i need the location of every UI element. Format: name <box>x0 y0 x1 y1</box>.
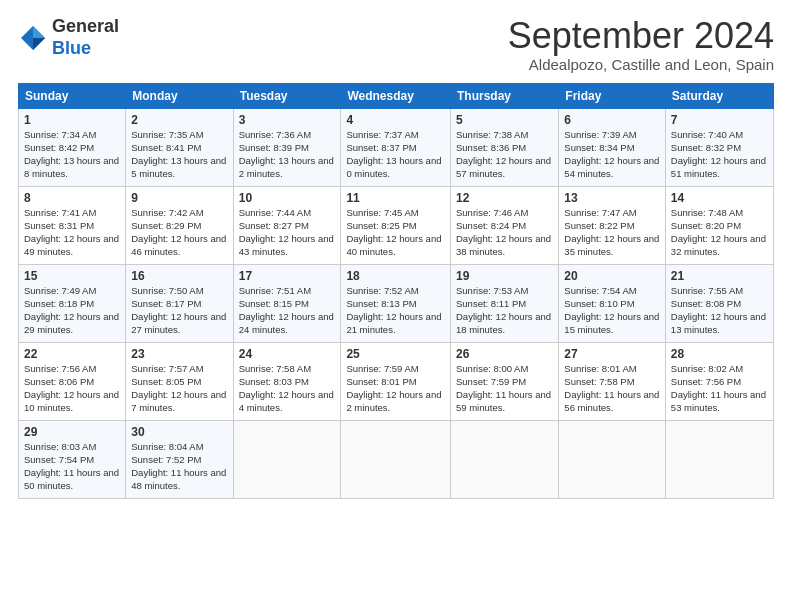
day-info: Sunrise: 7:42 AM Sunset: 8:29 PM Dayligh… <box>131 206 227 259</box>
day-number: 27 <box>564 347 660 361</box>
calendar-cell <box>665 420 773 498</box>
calendar-cell <box>451 420 559 498</box>
calendar-cell: 29 Sunrise: 8:03 AM Sunset: 7:54 PM Dayl… <box>19 420 126 498</box>
day-info: Sunrise: 7:48 AM Sunset: 8:20 PM Dayligh… <box>671 206 768 259</box>
week-row-1: 1 Sunrise: 7:34 AM Sunset: 8:42 PM Dayli… <box>19 108 774 186</box>
col-header-friday: Friday <box>559 83 666 108</box>
day-info: Sunrise: 7:58 AM Sunset: 8:03 PM Dayligh… <box>239 362 336 415</box>
svg-marker-1 <box>33 26 45 38</box>
calendar-cell: 27 Sunrise: 8:01 AM Sunset: 7:58 PM Dayl… <box>559 342 666 420</box>
day-info: Sunrise: 7:39 AM Sunset: 8:34 PM Dayligh… <box>564 128 660 181</box>
day-info: Sunrise: 7:35 AM Sunset: 8:41 PM Dayligh… <box>131 128 227 181</box>
day-info: Sunrise: 7:52 AM Sunset: 8:13 PM Dayligh… <box>346 284 445 337</box>
calendar-cell: 14 Sunrise: 7:48 AM Sunset: 8:20 PM Dayl… <box>665 186 773 264</box>
logo-line2: Blue <box>52 38 119 60</box>
calendar-cell: 16 Sunrise: 7:50 AM Sunset: 8:17 PM Dayl… <box>126 264 233 342</box>
week-row-3: 15 Sunrise: 7:49 AM Sunset: 8:18 PM Dayl… <box>19 264 774 342</box>
col-header-saturday: Saturday <box>665 83 773 108</box>
day-number: 22 <box>24 347 120 361</box>
calendar-cell: 9 Sunrise: 7:42 AM Sunset: 8:29 PM Dayli… <box>126 186 233 264</box>
calendar-cell: 8 Sunrise: 7:41 AM Sunset: 8:31 PM Dayli… <box>19 186 126 264</box>
calendar-cell: 7 Sunrise: 7:40 AM Sunset: 8:32 PM Dayli… <box>665 108 773 186</box>
col-header-sunday: Sunday <box>19 83 126 108</box>
day-info: Sunrise: 7:34 AM Sunset: 8:42 PM Dayligh… <box>24 128 120 181</box>
day-info: Sunrise: 7:37 AM Sunset: 8:37 PM Dayligh… <box>346 128 445 181</box>
day-info: Sunrise: 7:59 AM Sunset: 8:01 PM Dayligh… <box>346 362 445 415</box>
calendar-cell: 12 Sunrise: 7:46 AM Sunset: 8:24 PM Dayl… <box>451 186 559 264</box>
day-number: 18 <box>346 269 445 283</box>
day-number: 10 <box>239 191 336 205</box>
week-row-5: 29 Sunrise: 8:03 AM Sunset: 7:54 PM Dayl… <box>19 420 774 498</box>
calendar-cell: 15 Sunrise: 7:49 AM Sunset: 8:18 PM Dayl… <box>19 264 126 342</box>
day-number: 14 <box>671 191 768 205</box>
day-number: 19 <box>456 269 553 283</box>
calendar-cell <box>341 420 451 498</box>
day-info: Sunrise: 8:00 AM Sunset: 7:59 PM Dayligh… <box>456 362 553 415</box>
logo-line1: General <box>52 16 119 38</box>
calendar-cell: 3 Sunrise: 7:36 AM Sunset: 8:39 PM Dayli… <box>233 108 341 186</box>
day-number: 13 <box>564 191 660 205</box>
calendar-cell: 30 Sunrise: 8:04 AM Sunset: 7:52 PM Dayl… <box>126 420 233 498</box>
calendar-cell: 20 Sunrise: 7:54 AM Sunset: 8:10 PM Dayl… <box>559 264 666 342</box>
day-number: 21 <box>671 269 768 283</box>
day-info: Sunrise: 7:57 AM Sunset: 8:05 PM Dayligh… <box>131 362 227 415</box>
day-number: 5 <box>456 113 553 127</box>
day-number: 2 <box>131 113 227 127</box>
day-number: 1 <box>24 113 120 127</box>
day-number: 20 <box>564 269 660 283</box>
day-number: 23 <box>131 347 227 361</box>
day-number: 17 <box>239 269 336 283</box>
day-info: Sunrise: 8:03 AM Sunset: 7:54 PM Dayligh… <box>24 440 120 493</box>
day-info: Sunrise: 8:04 AM Sunset: 7:52 PM Dayligh… <box>131 440 227 493</box>
day-info: Sunrise: 7:40 AM Sunset: 8:32 PM Dayligh… <box>671 128 768 181</box>
day-info: Sunrise: 7:41 AM Sunset: 8:31 PM Dayligh… <box>24 206 120 259</box>
day-info: Sunrise: 7:50 AM Sunset: 8:17 PM Dayligh… <box>131 284 227 337</box>
logo: General Blue <box>18 16 119 59</box>
calendar-cell: 13 Sunrise: 7:47 AM Sunset: 8:22 PM Dayl… <box>559 186 666 264</box>
svg-marker-2 <box>33 38 45 50</box>
calendar-cell: 10 Sunrise: 7:44 AM Sunset: 8:27 PM Dayl… <box>233 186 341 264</box>
day-info: Sunrise: 8:01 AM Sunset: 7:58 PM Dayligh… <box>564 362 660 415</box>
day-info: Sunrise: 7:51 AM Sunset: 8:15 PM Dayligh… <box>239 284 336 337</box>
calendar-cell: 22 Sunrise: 7:56 AM Sunset: 8:06 PM Dayl… <box>19 342 126 420</box>
calendar-cell: 4 Sunrise: 7:37 AM Sunset: 8:37 PM Dayli… <box>341 108 451 186</box>
page: General Blue September 2024 Aldealpozo, … <box>0 0 792 509</box>
calendar-cell: 24 Sunrise: 7:58 AM Sunset: 8:03 PM Dayl… <box>233 342 341 420</box>
header-row: SundayMondayTuesdayWednesdayThursdayFrid… <box>19 83 774 108</box>
day-info: Sunrise: 7:44 AM Sunset: 8:27 PM Dayligh… <box>239 206 336 259</box>
calendar-cell: 5 Sunrise: 7:38 AM Sunset: 8:36 PM Dayli… <box>451 108 559 186</box>
calendar-cell: 2 Sunrise: 7:35 AM Sunset: 8:41 PM Dayli… <box>126 108 233 186</box>
calendar-cell: 11 Sunrise: 7:45 AM Sunset: 8:25 PM Dayl… <box>341 186 451 264</box>
col-header-thursday: Thursday <box>451 83 559 108</box>
calendar-cell <box>233 420 341 498</box>
day-number: 16 <box>131 269 227 283</box>
calendar-cell: 19 Sunrise: 7:53 AM Sunset: 8:11 PM Dayl… <box>451 264 559 342</box>
day-number: 25 <box>346 347 445 361</box>
day-number: 3 <box>239 113 336 127</box>
header: General Blue September 2024 Aldealpozo, … <box>18 16 774 73</box>
day-number: 28 <box>671 347 768 361</box>
day-info: Sunrise: 7:47 AM Sunset: 8:22 PM Dayligh… <box>564 206 660 259</box>
day-info: Sunrise: 7:56 AM Sunset: 8:06 PM Dayligh… <box>24 362 120 415</box>
title-block: September 2024 Aldealpozo, Castille and … <box>508 16 774 73</box>
month-title: September 2024 <box>508 16 774 56</box>
week-row-4: 22 Sunrise: 7:56 AM Sunset: 8:06 PM Dayl… <box>19 342 774 420</box>
day-number: 6 <box>564 113 660 127</box>
logo-icon <box>18 23 48 53</box>
day-number: 24 <box>239 347 336 361</box>
day-number: 29 <box>24 425 120 439</box>
week-row-2: 8 Sunrise: 7:41 AM Sunset: 8:31 PM Dayli… <box>19 186 774 264</box>
day-number: 15 <box>24 269 120 283</box>
calendar-cell <box>559 420 666 498</box>
col-header-tuesday: Tuesday <box>233 83 341 108</box>
day-number: 8 <box>24 191 120 205</box>
calendar-table: SundayMondayTuesdayWednesdayThursdayFrid… <box>18 83 774 499</box>
col-header-wednesday: Wednesday <box>341 83 451 108</box>
calendar-cell: 23 Sunrise: 7:57 AM Sunset: 8:05 PM Dayl… <box>126 342 233 420</box>
calendar-cell: 6 Sunrise: 7:39 AM Sunset: 8:34 PM Dayli… <box>559 108 666 186</box>
calendar-cell: 21 Sunrise: 7:55 AM Sunset: 8:08 PM Dayl… <box>665 264 773 342</box>
logo-text: General Blue <box>52 16 119 59</box>
day-number: 11 <box>346 191 445 205</box>
day-number: 7 <box>671 113 768 127</box>
day-number: 30 <box>131 425 227 439</box>
